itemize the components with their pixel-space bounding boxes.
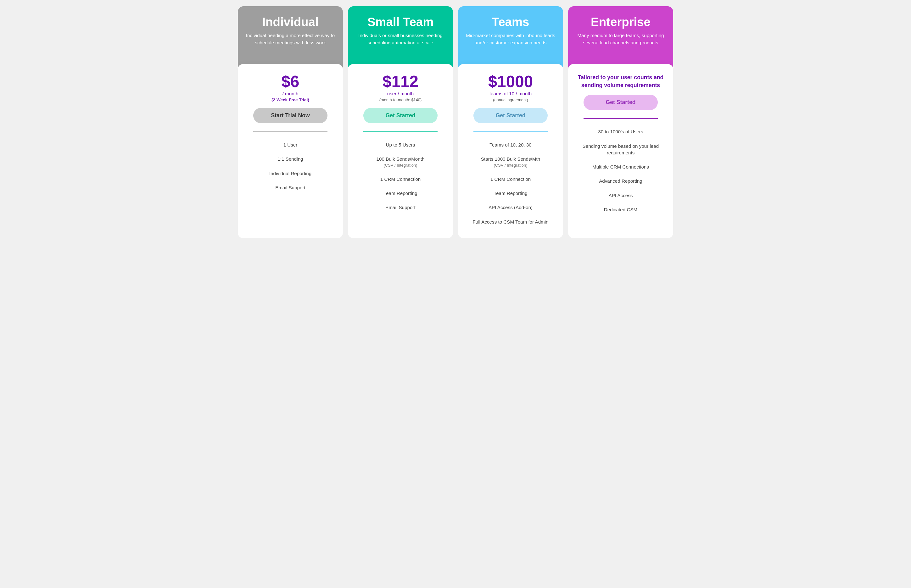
feature-item-enterprise-1: Sending volume based on your lead requir… [574, 139, 667, 160]
cta-button-individual[interactable]: Start Trial Now [253, 108, 327, 123]
feature-item-individual-1: 1:1 Sending [244, 152, 337, 166]
plan-wrapper-enterprise: EnterpriseMany medium to large teams, su… [568, 6, 673, 238]
price-alt-teams: (annual agreement) [493, 97, 528, 102]
price-note-individual: (2 Week Free Trial) [272, 97, 309, 102]
enterprise-price-text: Tailored to your user counts and sending… [574, 74, 667, 89]
plan-title-small-team: Small Team [367, 15, 434, 29]
feature-item-individual-0: 1 User [244, 138, 337, 152]
price-main-teams: $1000 [488, 74, 533, 90]
feature-item-individual-2: Individual Reporting [244, 166, 337, 181]
price-sub-individual: / month [283, 91, 299, 96]
feature-item-small-team-1: 100 Bulk Sends/Month(CSV / Integration) [354, 152, 447, 172]
cta-button-teams[interactable]: Get Started [473, 108, 547, 123]
price-main-individual: $6 [282, 74, 299, 90]
features-list-small-team: Up to 5 Users100 Bulk Sends/Month(CSV / … [354, 138, 447, 215]
features-list-enterprise: 30 to 1000's of UsersSending volume base… [574, 124, 667, 216]
feature-item-teams-1: Starts 1000 Bulk Sends/Mth(CSV / Integra… [464, 152, 557, 172]
feature-sub-small-team-1: (CSV / Integration) [358, 163, 443, 168]
plan-header-small-team: Small TeamIndividuals or small businesse… [348, 6, 453, 69]
price-sub-teams: teams of 10 / month [489, 91, 532, 96]
feature-item-teams-5: Full Access to CSM Team for Admin [464, 215, 557, 229]
feature-item-individual-3: Email Support [244, 181, 337, 195]
plan-header-teams: TeamsMid-market companies with inbound l… [458, 6, 563, 69]
feature-item-enterprise-0: 30 to 1000's of Users [574, 124, 667, 139]
feature-item-small-team-2: 1 CRM Connection [354, 172, 447, 186]
plan-wrapper-individual: IndividualIndividual needing a more effe… [238, 6, 343, 238]
cta-button-small-team[interactable]: Get Started [363, 108, 437, 123]
divider-enterprise [584, 118, 657, 119]
features-list-teams: Teams of 10, 20, 30Starts 1000 Bulk Send… [464, 138, 557, 229]
feature-item-enterprise-4: API Access [574, 188, 667, 202]
plan-subtitle-enterprise: Many medium to large teams, supporting s… [574, 32, 667, 47]
feature-sub-teams-1: (CSV / Integration) [468, 163, 553, 168]
plan-subtitle-teams: Mid-market companies with inbound leads … [464, 32, 557, 47]
divider-individual [253, 131, 327, 132]
feature-item-small-team-0: Up to 5 Users [354, 138, 447, 152]
cta-button-enterprise[interactable]: Get Started [584, 95, 657, 110]
feature-item-enterprise-2: Multiple CRM Connections [574, 160, 667, 174]
plan-header-enterprise: EnterpriseMany medium to large teams, su… [568, 6, 673, 69]
plan-subtitle-small-team: Individuals or small businesses needing … [354, 32, 447, 47]
plan-body-teams: $1000teams of 10 / month(annual agreemen… [458, 64, 563, 238]
feature-item-teams-0: Teams of 10, 20, 30 [464, 138, 557, 152]
plan-body-individual: $6/ month(2 Week Free Trial)Start Trial … [238, 64, 343, 238]
feature-item-small-team-4: Email Support [354, 200, 447, 215]
features-list-individual: 1 User1:1 SendingIndividual ReportingEma… [244, 138, 337, 195]
plan-title-teams: Teams [492, 15, 529, 29]
feature-item-enterprise-5: Dedicated CSM [574, 202, 667, 216]
pricing-container: IndividualIndividual needing a more effe… [235, 6, 676, 238]
price-sub-small-team: user / month [387, 91, 414, 96]
divider-small-team [363, 131, 437, 132]
feature-item-teams-3: Team Reporting [464, 186, 557, 200]
plan-wrapper-small-team: Small TeamIndividuals or small businesse… [348, 6, 453, 238]
feature-item-teams-2: 1 CRM Connection [464, 172, 557, 186]
plan-body-enterprise: Tailored to your user counts and sending… [568, 64, 673, 238]
feature-item-enterprise-3: Advanced Reporting [574, 174, 667, 188]
divider-teams [473, 131, 547, 132]
plan-subtitle-individual: Individual needing a more effective way … [244, 32, 337, 47]
plan-title-individual: Individual [262, 15, 318, 29]
feature-item-teams-4: API Access (Add-on) [464, 200, 557, 215]
price-main-small-team: $112 [382, 74, 418, 90]
plan-body-small-team: $112user / month(month-to-month: $140)Ge… [348, 64, 453, 238]
feature-item-small-team-3: Team Reporting [354, 186, 447, 200]
plan-title-enterprise: Enterprise [591, 15, 650, 29]
plan-header-individual: IndividualIndividual needing a more effe… [238, 6, 343, 69]
plan-wrapper-teams: TeamsMid-market companies with inbound l… [458, 6, 563, 238]
price-alt-small-team: (month-to-month: $140) [379, 97, 422, 102]
